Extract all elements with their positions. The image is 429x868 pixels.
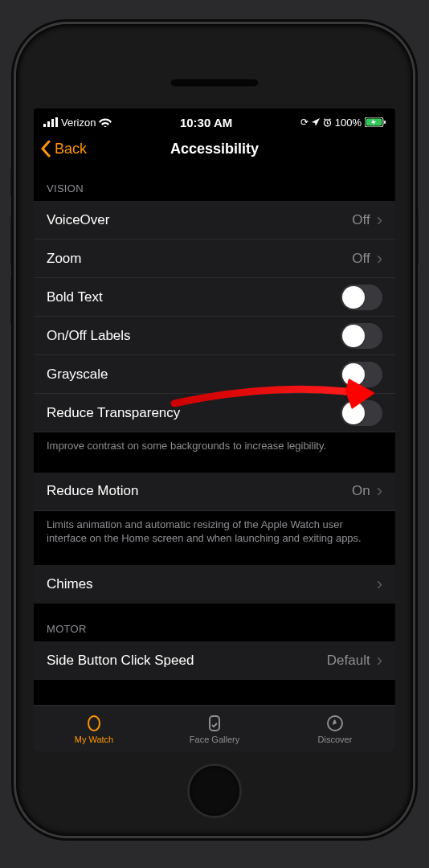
toggle-onoff-labels[interactable]	[341, 323, 382, 349]
tab-face-gallery[interactable]: Face Gallery	[154, 706, 275, 751]
nav-header: Back Accessibility	[34, 131, 395, 166]
phone-frame: Verizon 10:30 AM ⟳ 100%	[16, 24, 413, 836]
screen: Verizon 10:30 AM ⟳ 100%	[34, 108, 395, 751]
row-voiceover[interactable]: VoiceOver Off ›	[34, 201, 395, 240]
earpiece	[170, 79, 259, 87]
back-label: Back	[55, 141, 87, 158]
carrier-label: Verizon	[61, 117, 96, 129]
section-motor: MOTOR Side Button Click Speed Default ›	[34, 623, 395, 680]
signal-strength-icon	[43, 117, 58, 127]
svg-rect-0	[43, 124, 46, 127]
row-label: Reduce Motion	[47, 483, 138, 499]
clock: 10:30 AM	[180, 116, 232, 129]
row-bold-text: Bold Text	[34, 278, 395, 317]
back-button[interactable]: Back	[40, 140, 87, 158]
battery-icon	[365, 117, 386, 127]
row-value: Off	[352, 251, 370, 267]
row-reduce-motion[interactable]: Reduce Motion On ›	[34, 473, 395, 511]
page-title: Accessibility	[170, 141, 259, 158]
row-label: VoiceOver	[47, 212, 109, 228]
toggle-bold-text[interactable]	[341, 285, 382, 310]
section-header-vision: VISION	[34, 182, 395, 201]
chevron-right-icon: ›	[377, 652, 382, 669]
row-zoom[interactable]: Zoom Off ›	[34, 240, 395, 278]
row-side-button-click-speed[interactable]: Side Button Click Speed Default ›	[34, 641, 395, 680]
battery-percent: 100%	[335, 117, 362, 129]
chevron-left-icon	[40, 140, 51, 158]
row-label: Chimes	[47, 576, 93, 592]
section-chimes: Chimes ›	[34, 565, 395, 604]
face-gallery-icon	[205, 714, 224, 733]
chevron-right-icon: ›	[377, 211, 382, 229]
row-label: Grayscale	[47, 366, 108, 383]
section-reduce-motion: Reduce Motion On › Limits animation and …	[34, 473, 395, 546]
tab-label: My Watch	[75, 735, 114, 744]
alarm-icon	[323, 118, 332, 127]
orientation-lock-icon: ⟳	[300, 117, 308, 128]
row-label: Side Button Click Speed	[47, 653, 194, 669]
section-vision: VISION VoiceOver Off › Zoom Off › Bold T…	[34, 182, 395, 453]
tab-discover[interactable]: Discover	[275, 706, 395, 751]
status-bar: Verizon 10:30 AM ⟳ 100%	[34, 108, 395, 131]
svg-rect-2	[51, 119, 54, 127]
svg-rect-1	[47, 121, 50, 127]
chevron-right-icon: ›	[377, 482, 382, 500]
chevron-right-icon: ›	[377, 250, 382, 268]
row-label: Reduce Transparency	[47, 405, 180, 421]
row-label: Zoom	[47, 251, 81, 267]
svg-rect-7	[384, 121, 386, 124]
chevron-right-icon: ›	[377, 575, 382, 593]
row-reduce-transparency: Reduce Transparency	[34, 394, 395, 432]
row-onoff-labels: On/Off Labels	[34, 317, 395, 355]
row-value: Off	[352, 212, 370, 228]
tab-my-watch[interactable]: My Watch	[34, 706, 154, 751]
note-motion: Limits animation and automatic resizing …	[34, 511, 395, 546]
compass-icon	[325, 714, 345, 733]
row-chimes[interactable]: Chimes ›	[34, 565, 395, 604]
home-button[interactable]	[190, 766, 239, 816]
toggle-grayscale[interactable]	[341, 362, 382, 387]
tab-bar: My Watch Face Gallery Discover	[34, 705, 395, 751]
wifi-icon	[99, 117, 112, 127]
location-icon	[312, 118, 320, 126]
row-value: On	[352, 483, 370, 499]
row-grayscale: Grayscale	[34, 355, 395, 394]
row-value: Default	[327, 653, 370, 669]
svg-rect-3	[55, 117, 58, 127]
tab-label: Discover	[318, 735, 353, 744]
section-header-motor: MOTOR	[34, 623, 395, 641]
tab-label: Face Gallery	[190, 735, 239, 744]
watch-icon	[84, 714, 104, 733]
toggle-reduce-transparency[interactable]	[341, 400, 382, 426]
svg-point-8	[88, 716, 100, 731]
note-transparency: Improve contrast on some backgrounds to …	[34, 432, 395, 453]
row-label: Bold Text	[47, 289, 103, 305]
row-label: On/Off Labels	[47, 328, 131, 344]
svg-rect-9	[210, 716, 219, 731]
